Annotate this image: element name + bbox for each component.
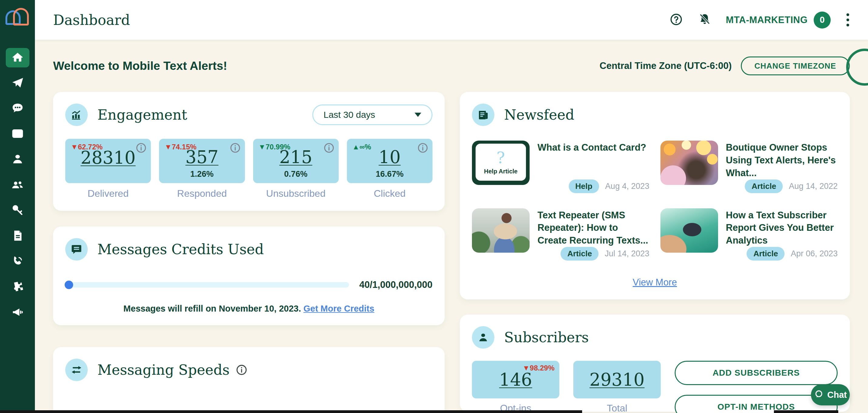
article-thumbnail-photo[interactable] [472, 208, 530, 253]
notifications-button[interactable] [698, 13, 712, 27]
kebab-menu-icon[interactable] [845, 11, 851, 28]
megaphone-icon [11, 305, 24, 320]
optins-value[interactable]: 146 [499, 371, 532, 388]
info-icon[interactable] [135, 142, 147, 154]
article-badge: Article [745, 179, 783, 193]
stat-rate: 1.26% [190, 170, 214, 179]
credits-card: Messages Credits Used 40/1,000,000,000 M… [53, 227, 445, 325]
messaging-speeds-card: Messaging Speeds SPEEDS DELIVERY +1 800 … [53, 347, 445, 413]
article-meta: Help Aug 4, 2023 [537, 179, 649, 193]
info-icon[interactable] [236, 364, 248, 376]
article-date: Aug 4, 2023 [605, 182, 649, 191]
sidebar [0, 0, 35, 413]
article-item: How a Text Subscriber Report Gives You B… [660, 208, 838, 262]
article-title[interactable]: What is a Contact Card? [537, 141, 649, 154]
optins-stat: ▼98.29% 146 Opt-ins [472, 361, 559, 413]
key-icon [11, 203, 24, 218]
topbar: Dashboard MTA-MARKETING 0 [35, 0, 868, 40]
newsfeed-card: Newsfeed ? Help Article What is a Contac… [460, 92, 850, 299]
stat-label-responded: Responded [159, 188, 245, 199]
info-icon[interactable] [323, 142, 335, 154]
puzzle-icon [11, 280, 24, 295]
sidebar-item-templates[interactable] [6, 227, 29, 246]
stat-value[interactable]: 28310 [81, 149, 135, 167]
logo-orange-arch [13, 8, 29, 26]
help-button[interactable] [669, 13, 683, 27]
engagement-range-value: Last 30 days [323, 110, 375, 120]
stat-tile-delivered: ▼62.72% 28310 [65, 139, 151, 183]
article-title[interactable]: Boutique Owner Stops Using Text Alerts, … [726, 141, 838, 179]
total-stat: 29310 Total [573, 361, 661, 413]
stat-change: ▼70.99% [258, 143, 290, 151]
account-menu[interactable]: MTA-MARKETING 0 [726, 11, 831, 29]
total-value[interactable]: 29310 [589, 371, 644, 388]
account-badge: 0 [814, 11, 831, 29]
engagement-title: Engagement [97, 107, 187, 123]
article-title[interactable]: How a Text Subscriber Report Gives You B… [726, 209, 838, 247]
engagement-range-select[interactable]: Last 30 days [312, 105, 432, 125]
sidebar-item-chat[interactable] [6, 99, 29, 118]
stat-rate: 0.76% [284, 170, 307, 179]
get-more-credits-link[interactable]: Get More Credits [304, 304, 374, 314]
change-timezone-button[interactable]: CHANGE TIMEZONE [741, 57, 850, 75]
article-title[interactable]: Text Repeater (SMS Repeater): How to Cre… [537, 209, 649, 247]
sidebar-item-subscribers[interactable] [6, 150, 29, 170]
sidebar-item-keywords[interactable] [6, 201, 29, 220]
stat-tile-clicked: ▲∞% 10 16.67% [347, 139, 432, 183]
credits-progress-knob [65, 281, 73, 289]
subscribers-title: Subscribers [504, 329, 589, 346]
article-meta: Article Jul 14, 2023 [537, 247, 649, 261]
stat-change: ▼74.15% [164, 143, 196, 151]
article-thumbnail-photo[interactable] [660, 208, 718, 253]
articles-grid: ? Help Article What is a Contact Card? H… [472, 141, 838, 261]
info-icon[interactable] [229, 142, 241, 154]
article-thumbnail-photo[interactable] [660, 141, 718, 185]
article-date: Jul 14, 2023 [604, 249, 649, 259]
account-name: MTA-MARKETING [726, 14, 808, 26]
page-title: Dashboard [53, 12, 130, 28]
credits-usage: 40/1,000,000,000 [359, 279, 432, 290]
topbar-actions: MTA-MARKETING 0 [669, 11, 851, 29]
document-icon [11, 229, 24, 243]
article-body: How a Text Subscriber Report Gives You B… [726, 208, 838, 262]
timezone-label: Central Time Zone (UTC-6:00) [600, 60, 732, 71]
view-more-link[interactable]: View More [633, 277, 677, 288]
info-icon[interactable] [417, 142, 429, 154]
credits-refill-text: Messages will refill on November 10, 202… [65, 304, 432, 314]
message-credits-icon [65, 238, 88, 261]
stat-tile-unsubscribed: ▼70.99% 215 0.76% [253, 139, 339, 183]
chat-label: Chat [827, 390, 847, 400]
sidebar-item-dashboard[interactable] [6, 48, 29, 67]
add-subscribers-button[interactable]: ADD SUBSCRIBERS [675, 361, 838, 385]
engagement-stats: ▼62.72% 28310 ▼74.15% 357 1.26% ▼70.99% [65, 139, 432, 183]
stat-tile-responded: ▼74.15% 357 1.26% [159, 139, 245, 183]
chat-launcher-button[interactable]: Chat [811, 384, 850, 405]
welcome-title: Welcome to Mobile Text Alerts! [53, 59, 227, 72]
article-thumbnail-help-card[interactable]: ? Help Article [472, 141, 530, 185]
credits-progress-bar [65, 282, 349, 288]
engagement-stat-labels: Delivered Responded Unsubscribed Clicked [65, 188, 432, 199]
sidebar-item-campaigns[interactable] [6, 303, 29, 323]
sidebar-item-integrations[interactable] [6, 277, 29, 297]
inbox-icon [11, 127, 24, 142]
engagement-card: Engagement Last 30 days ▼62.72% 28310 ▼7 [53, 92, 445, 211]
sidebar-item-inbox[interactable] [6, 124, 29, 144]
welcome-bar: Welcome to Mobile Text Alerts! Central T… [35, 40, 868, 92]
mobile-text-alerts-logo[interactable] [5, 7, 30, 29]
phone-icon [11, 255, 24, 269]
article-body: Boutique Owner Stops Using Text Alerts, … [726, 141, 838, 194]
subscribers-buttons: ADD SUBSCRIBERS OPT-IN METHODS [675, 361, 838, 413]
engagement-chart-icon [65, 104, 88, 126]
optins-tile: ▼98.29% 146 [472, 361, 559, 399]
credits-title: Messages Credits Used [97, 241, 264, 258]
credits-progress-row: 40/1,000,000,000 [65, 279, 432, 290]
stat-value[interactable]: 10 [379, 148, 401, 166]
sidebar-item-groups[interactable] [6, 176, 29, 195]
sidebar-item-calls[interactable] [6, 252, 29, 271]
sidebar-item-send-message[interactable] [6, 73, 29, 93]
article-badge: Article [747, 247, 784, 261]
optins-change: ▼98.29% [523, 364, 555, 372]
main-content: Engagement Last 30 days ▼62.72% 28310 ▼7 [53, 92, 850, 413]
send-message-icon [11, 76, 24, 90]
messaging-speeds-title: Messaging Speeds [97, 362, 229, 378]
